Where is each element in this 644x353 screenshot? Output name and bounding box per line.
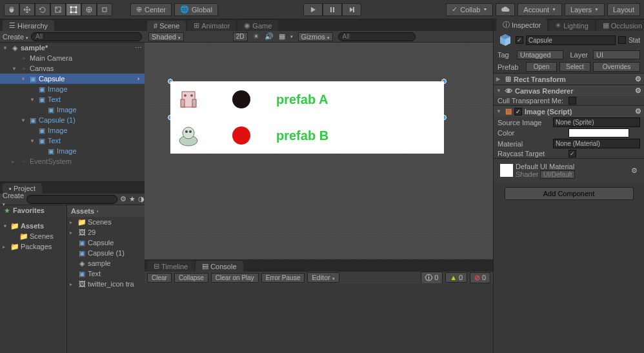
hierarchy-item-text[interactable]: ▼▣Text xyxy=(0,94,145,105)
local-global-toggle[interactable]: 🌐Global xyxy=(174,3,218,16)
prefab-a-row[interactable]: prefab A xyxy=(170,81,444,117)
collab-button[interactable]: ✓Collab▼ xyxy=(446,3,493,16)
clear-button[interactable]: Clear xyxy=(147,273,172,283)
tab-animator[interactable]: ⊞Animator xyxy=(187,20,236,31)
cloud-button[interactable] xyxy=(496,3,515,16)
scene-search[interactable] xyxy=(338,32,416,41)
packages-folder[interactable]: ▸📁Packages xyxy=(0,241,66,252)
hierarchy-item-canvas[interactable]: ▼▫Canvas xyxy=(0,63,145,74)
color-picker[interactable] xyxy=(569,128,629,137)
play-button[interactable] xyxy=(303,3,323,16)
editor-dropdown[interactable]: Editor ▾ xyxy=(307,272,339,283)
tab-timeline[interactable]: ⊟Timeline xyxy=(147,261,194,272)
pause-button[interactable] xyxy=(323,3,342,16)
error-pause-button[interactable]: Error Pause xyxy=(261,273,305,283)
2d-toggle[interactable]: 2D xyxy=(233,32,248,41)
project-search[interactable] xyxy=(26,195,117,204)
project-breadcrumb[interactable]: Assets › xyxy=(67,205,145,217)
scale-tool[interactable] xyxy=(50,3,66,16)
transform-tool[interactable] xyxy=(81,3,97,16)
hierarchy-item-capsule[interactable]: ▼▣Capsule› xyxy=(0,74,145,84)
hand-tool[interactable] xyxy=(4,3,19,16)
rotate-tool[interactable] xyxy=(35,3,50,16)
tab-console[interactable]: ▤Console xyxy=(196,261,243,272)
account-dropdown[interactable]: Account▼ xyxy=(518,3,562,16)
rect-transform-header[interactable]: ▶⊞Rect Transform⚙ xyxy=(494,74,644,85)
asset-scenes[interactable]: ▸📁Scenes xyxy=(67,217,145,227)
hierarchy-item-main-camera[interactable]: ▫Main Camera xyxy=(0,53,145,63)
component-menu-icon[interactable]: ⚙ xyxy=(631,166,638,175)
collapse-button[interactable]: Collapse xyxy=(174,273,208,283)
warn-count[interactable]: ▲ 0 xyxy=(445,272,467,283)
cull-checkbox[interactable] xyxy=(569,97,576,105)
component-menu-icon[interactable]: ⚙ xyxy=(635,86,641,95)
hierarchy-item-image-nested[interactable]: ▣Image xyxy=(0,105,145,115)
layers-dropdown[interactable]: Layers▼ xyxy=(565,3,605,16)
assets-folder[interactable]: ▼📁Assets xyxy=(0,221,66,231)
scenes-folder[interactable]: 📁Scenes xyxy=(0,231,66,241)
custom-tool[interactable] xyxy=(97,3,112,16)
static-checkbox[interactable] xyxy=(618,36,626,44)
image-enabled-checkbox[interactable]: ✓ xyxy=(514,108,522,116)
scene-root[interactable]: ▼◈sample*⋯ xyxy=(0,43,145,53)
material-field[interactable] xyxy=(553,139,640,148)
favorites-folder[interactable]: ★Favorites xyxy=(0,205,66,216)
hierarchy-item-image-2-nested[interactable]: ▣Image xyxy=(0,146,145,156)
asset-capsule[interactable]: ▣Capsule xyxy=(67,237,145,248)
scene-viewport[interactable]: prefab A prefab B xyxy=(145,43,493,259)
add-component-button[interactable]: Add Component xyxy=(505,187,634,200)
asset-text[interactable]: ▣Text xyxy=(67,268,145,279)
project-create-dropdown[interactable]: Create ▾ xyxy=(3,192,24,207)
image-script-header[interactable]: ▼▨✓Image (Script)⚙ xyxy=(494,106,644,117)
info-count[interactable]: ⓘ 0 xyxy=(421,272,443,284)
create-dropdown[interactable]: Create ▾ xyxy=(3,33,28,41)
clear-on-play-button[interactable]: Clear on Play xyxy=(211,273,259,283)
asset-sample[interactable]: ◈sample xyxy=(67,258,145,268)
tab-occlusion[interactable]: ▦Occlusion xyxy=(596,20,644,31)
move-tool[interactable] xyxy=(19,3,35,16)
object-name-field[interactable] xyxy=(526,35,616,45)
tag-dropdown[interactable]: Untagged xyxy=(517,50,563,59)
hierarchy-item-eventsystem[interactable]: ▸▫EventSystem xyxy=(0,156,145,166)
tab-inspector[interactable]: ⓘInspector xyxy=(496,19,547,31)
active-checkbox[interactable]: ✓ xyxy=(516,36,523,44)
layout-dropdown[interactable]: Layout xyxy=(607,3,640,16)
tab-hierarchy[interactable]: ☰Hierarchy xyxy=(3,20,54,31)
hierarchy-item-image[interactable]: ▣Image xyxy=(0,84,145,94)
light-icon[interactable]: ☀ xyxy=(253,32,259,41)
hierarchy-search[interactable] xyxy=(31,32,142,41)
tab-lighting[interactable]: ☀Lighting xyxy=(548,20,595,31)
raycast-checkbox[interactable]: ✓ xyxy=(569,150,576,157)
asset-29[interactable]: ▸🖼29 xyxy=(67,227,145,237)
hierarchy-item-text-2[interactable]: ▼▣Text xyxy=(0,136,145,146)
tab-scene[interactable]: #Scene xyxy=(147,21,186,31)
star-icon[interactable]: ★ xyxy=(129,195,136,203)
pivot-center-toggle[interactable]: ⊕Center xyxy=(130,3,172,16)
component-menu-icon[interactable]: ⚙ xyxy=(635,107,641,116)
asset-capsule-1[interactable]: ▣Capsule (1) xyxy=(67,248,145,258)
asset-twitter-icon[interactable]: ▸🖼twitter_icon tra xyxy=(67,279,145,289)
hierarchy-item-image-2[interactable]: ▣Image xyxy=(0,125,145,136)
search-filter-icon[interactable]: ⚙ xyxy=(120,195,126,203)
prefab-open-button[interactable]: Open xyxy=(526,62,557,72)
fx-icon[interactable]: ▦ xyxy=(279,32,285,41)
audio-icon[interactable]: 🔊 xyxy=(265,32,274,41)
step-button[interactable] xyxy=(342,3,361,16)
prefab-b-row[interactable]: prefab B xyxy=(170,117,444,154)
source-image-field[interactable] xyxy=(553,117,640,127)
layer-dropdown[interactable]: UI xyxy=(593,50,640,59)
gizmos-dropdown[interactable]: Gizmos ▾ xyxy=(298,32,333,41)
prefab-select-button[interactable]: Select xyxy=(559,62,590,72)
hidden-icon[interactable]: ◑ xyxy=(138,195,145,203)
prefab-arrow-icon[interactable]: › xyxy=(137,76,139,82)
shader-dropdown[interactable]: UI/Default xyxy=(540,170,575,179)
tab-game[interactable]: ◉Game xyxy=(237,20,278,31)
component-menu-icon[interactable]: ⚙ xyxy=(635,75,641,83)
canvas-renderer-header[interactable]: ▼👁Canvas Renderer⚙ xyxy=(494,85,644,96)
error-count[interactable]: ⊘ 0 xyxy=(470,272,490,283)
rect-tool[interactable] xyxy=(66,3,81,16)
hierarchy-item-capsule-1[interactable]: ▼▣Capsule (1) xyxy=(0,115,145,125)
prefab-overrides-button[interactable]: Overrides xyxy=(593,62,640,72)
scene-menu-icon[interactable]: ⋯ xyxy=(135,44,142,52)
shaded-dropdown[interactable]: Shaded ▾ xyxy=(148,32,184,41)
